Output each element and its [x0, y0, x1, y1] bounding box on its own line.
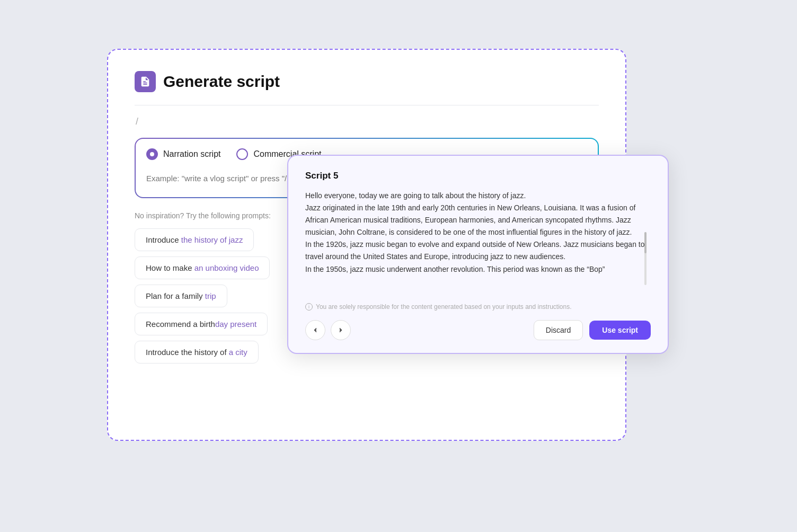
chip-birthday-text2: day present [215, 320, 256, 329]
chip-city-text1: Introduce the history of [146, 348, 227, 357]
chip-unboxing-text2: an unboxing video [192, 263, 259, 272]
slash-indicator: / [135, 116, 599, 127]
action-buttons: Discard Use script [534, 320, 651, 340]
result-card: Script 5 Hello everyone, today we are go… [287, 155, 669, 354]
card-header: Generate script [135, 71, 599, 92]
chip-unboxing-text1: How to make [146, 263, 192, 272]
chip-jazz[interactable]: Introduce the history of jazz [135, 228, 254, 251]
chip-city[interactable]: Introduce the history of a city [135, 341, 259, 363]
arrow-right-icon [337, 326, 344, 334]
scene: Generate script / Narration script Comme… [107, 49, 690, 483]
chip-trip-text1: Plan for a family [146, 291, 203, 300]
chip-trip[interactable]: Plan for a family trip [135, 285, 227, 307]
scroll-thumb [644, 232, 647, 253]
chip-city-text2: a city [227, 348, 247, 357]
chip-jazz-text1: Introduce [146, 235, 179, 244]
arrow-left-icon [312, 326, 319, 334]
divider [135, 105, 599, 105]
document-icon [135, 71, 156, 92]
commercial-radio[interactable] [236, 148, 248, 160]
narration-script-option[interactable]: Narration script [146, 148, 220, 160]
script-content-area: Hello everyone, today we are going to ta… [305, 190, 651, 296]
narration-radio[interactable] [146, 148, 158, 160]
disclaimer-text: You are solely responsible for the conte… [316, 303, 572, 311]
script-body: Hello everyone, today we are going to ta… [305, 190, 651, 296]
nav-buttons [305, 320, 351, 340]
next-button[interactable] [331, 320, 351, 340]
chip-birthday[interactable]: Recommend a birthday present [135, 313, 268, 335]
script-title: Script 5 [305, 171, 651, 181]
card-actions: Discard Use script [305, 320, 651, 340]
disclaimer-row: i You are solely responsible for the con… [305, 303, 651, 311]
chip-birthday-text1: Recommend a birth [146, 320, 215, 329]
narration-label: Narration script [163, 149, 220, 159]
prompts-label: No inspiration? Try the following prompt… [135, 211, 271, 220]
chip-jazz-text2: the history of jazz [179, 235, 243, 244]
info-icon: i [305, 303, 313, 311]
page-title: Generate script [163, 73, 280, 91]
scroll-bar[interactable] [644, 232, 647, 285]
chip-trip-text2: trip [203, 291, 216, 300]
prev-button[interactable] [305, 320, 325, 340]
discard-button[interactable]: Discard [534, 320, 583, 340]
use-script-button[interactable]: Use script [589, 321, 651, 340]
chip-unboxing[interactable]: How to make an unboxing video [135, 256, 270, 279]
